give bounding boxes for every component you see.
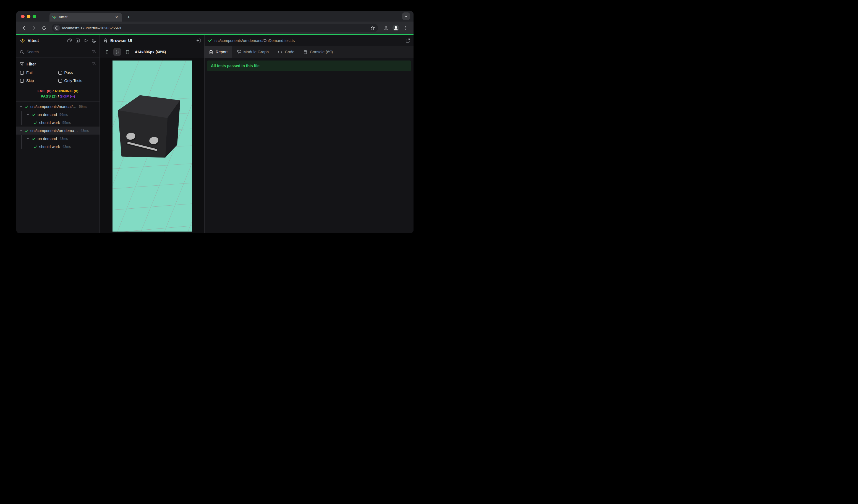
checkbox-box[interactable] xyxy=(58,71,62,75)
sidebar-app-title: Vitest xyxy=(28,38,65,43)
tab-code[interactable]: Code xyxy=(273,46,299,58)
device-phone-plus-icon[interactable] xyxy=(113,48,121,56)
check-pass-icon xyxy=(208,38,212,43)
duration-label: 56ms xyxy=(79,105,88,109)
experiments-flask-icon[interactable] xyxy=(382,24,390,32)
site-info-icon[interactable] xyxy=(53,25,60,31)
viewport-size-label: 414x896px (68%) xyxy=(135,50,166,54)
running-count: RUNNING (0) xyxy=(55,89,78,93)
sidebar: Vitest Filter xyxy=(16,35,100,233)
check-pass-icon xyxy=(32,113,36,117)
bookmark-star-icon[interactable] xyxy=(369,24,377,32)
checkbox-box[interactable] xyxy=(58,79,62,83)
chevron-down-icon[interactable] xyxy=(19,129,23,132)
fail-count: FAIL (0) xyxy=(37,89,51,93)
duration-label: 43ms xyxy=(60,137,68,141)
tested-app-viewport[interactable] xyxy=(112,61,192,231)
indent-guide xyxy=(28,119,28,126)
test-suite-row[interactable]: on demand 56ms xyxy=(16,111,99,118)
report-panel: src/components/on-demand/OnDemand.test.t… xyxy=(205,35,414,233)
filter-checkbox-only-tests[interactable]: Only Tests xyxy=(58,78,96,84)
zoom-window-button[interactable] xyxy=(33,15,36,18)
run-all-play-icon[interactable] xyxy=(84,38,88,43)
new-tab-button[interactable]: + xyxy=(125,13,132,21)
duration-label: 55ms xyxy=(62,121,71,125)
browser-menu-dots-icon[interactable] xyxy=(402,24,410,32)
check-pass-icon xyxy=(32,137,36,141)
close-window-button[interactable] xyxy=(21,15,25,18)
robot-head xyxy=(118,95,180,158)
checkbox-box[interactable] xyxy=(20,79,24,83)
reload-icon[interactable] xyxy=(40,24,48,32)
device-phone-small-icon[interactable] xyxy=(103,48,111,56)
test-file-row[interactable]: src/components/manual/… 56ms xyxy=(16,102,99,111)
profile-avatar[interactable] xyxy=(392,24,400,32)
check-pass-icon xyxy=(33,145,37,149)
browser-ui-title: Browser UI xyxy=(110,38,194,43)
back-icon[interactable] xyxy=(20,24,28,32)
tab-search-chevron-icon[interactable] xyxy=(402,13,410,20)
search-row xyxy=(16,46,99,58)
check-pass-icon xyxy=(33,121,37,125)
minimize-window-button[interactable] xyxy=(27,15,30,18)
filter-checkbox-pass[interactable]: Pass xyxy=(58,70,96,76)
indent-guide xyxy=(21,111,21,125)
url-text[interactable]: localhost:5173/#/?file=1828625563 xyxy=(62,26,369,30)
funnel-icon xyxy=(20,62,24,66)
address-bar[interactable]: localhost:5173/#/?file=1828625563 xyxy=(52,24,378,32)
test-file-row-selected[interactable]: src/components/on-dema… 43ms xyxy=(16,127,99,134)
browser-ui-header: Browser UI xyxy=(100,35,204,46)
vitest-favicon xyxy=(52,15,57,19)
tab-module-graph[interactable]: Module Graph xyxy=(232,46,273,58)
tab-strip: Vitest ✕ + xyxy=(16,11,414,21)
open-external-icon[interactable] xyxy=(406,38,410,43)
duration-label: 56ms xyxy=(60,113,68,117)
skip-count: SKIP (--) xyxy=(60,94,75,98)
search-icon xyxy=(20,50,24,54)
test-case-row[interactable]: should work 43ms xyxy=(16,143,99,151)
clear-search-filter-icon[interactable] xyxy=(92,50,96,54)
browser-ui-panel: Browser UI 414x896px (68%) xyxy=(100,35,205,233)
report-tabs: Report Module Graph Code Console (69) xyxy=(205,46,414,58)
browser-tab[interactable]: Vitest ✕ xyxy=(49,13,122,21)
test-tree: src/components/manual/… 56ms on demand 5… xyxy=(16,102,99,233)
indent-guide xyxy=(21,135,21,149)
report-content: All tests passed in this file xyxy=(205,58,414,233)
filter-checkbox-fail[interactable]: Fail xyxy=(20,70,58,76)
dashboard-icon[interactable] xyxy=(76,38,80,43)
check-pass-icon xyxy=(25,129,29,133)
check-pass-icon xyxy=(25,105,29,109)
tab-console[interactable]: Console (69) xyxy=(299,46,337,58)
clear-filter-icon[interactable] xyxy=(92,62,96,66)
collapse-panels-icon[interactable] xyxy=(67,38,72,43)
report-header: src/components/on-demand/OnDemand.test.t… xyxy=(205,35,414,46)
tab-report[interactable]: Report xyxy=(205,46,232,58)
browser-window: Vitest ✕ + localhost:5173/#/?file=182862… xyxy=(16,11,414,233)
filter-title: Filter xyxy=(27,62,89,66)
sidebar-header: Vitest xyxy=(16,35,99,46)
search-input[interactable] xyxy=(27,50,89,54)
preview-stage xyxy=(100,58,204,233)
duration-label: 43ms xyxy=(80,129,89,133)
clipboard-icon xyxy=(209,50,213,54)
traffic-lights xyxy=(21,15,36,18)
test-status-summary: FAIL (0) / RUNNING (0) PASS (2) / SKIP (… xyxy=(16,86,99,102)
chevron-down-icon[interactable] xyxy=(19,105,23,108)
globe-icon xyxy=(103,38,108,43)
app-main: Vitest Filter xyxy=(16,35,414,233)
tab-close-icon[interactable]: ✕ xyxy=(114,15,119,20)
forward-icon[interactable] xyxy=(30,24,38,32)
chevron-down-icon[interactable] xyxy=(26,113,30,116)
filter-checkbox-skip[interactable]: Skip xyxy=(20,78,58,84)
test-case-row[interactable]: should work 55ms xyxy=(16,118,99,127)
dark-mode-moon-icon[interactable] xyxy=(92,38,96,43)
dock-panel-right-icon[interactable] xyxy=(196,38,201,43)
chevron-down-icon[interactable] xyxy=(26,137,30,140)
checkbox-box[interactable] xyxy=(20,71,24,75)
robot-cube-scene xyxy=(112,61,192,231)
duration-label: 43ms xyxy=(62,145,71,149)
test-suite-row[interactable]: on demand 43ms xyxy=(16,134,99,143)
tab-title: Vitest xyxy=(59,15,114,19)
device-tablet-icon[interactable] xyxy=(124,48,131,56)
test-file-path: src/components/on-demand/OnDemand.test.t… xyxy=(214,38,403,43)
